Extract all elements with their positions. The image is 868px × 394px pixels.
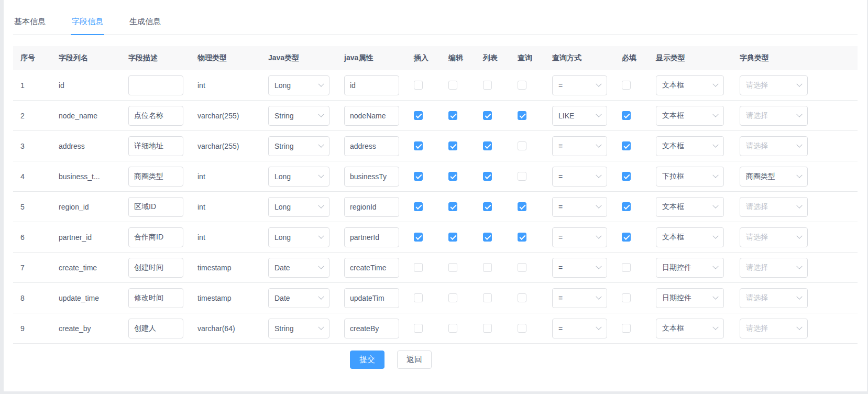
edit-checkbox[interactable] xyxy=(448,202,457,211)
field-description-input[interactable] xyxy=(128,136,183,156)
insert-checkbox[interactable] xyxy=(414,81,423,90)
insert-checkbox[interactable] xyxy=(414,111,423,120)
java-attribute-input[interactable] xyxy=(344,75,399,95)
dict-type-select[interactable]: 商圈类型 xyxy=(740,167,808,187)
edit-checkbox[interactable] xyxy=(448,111,457,120)
required-checkbox[interactable] xyxy=(622,293,631,302)
query-mode-select[interactable]: = xyxy=(552,258,607,278)
insert-checkbox[interactable] xyxy=(414,141,423,150)
back-button[interactable]: 返回 xyxy=(397,351,432,369)
dict-type-select[interactable]: 请选择 xyxy=(740,136,808,156)
java-attribute-input[interactable] xyxy=(344,288,399,308)
required-checkbox[interactable] xyxy=(622,141,631,150)
java-type-select[interactable]: Long xyxy=(268,227,329,247)
edit-checkbox[interactable] xyxy=(448,263,457,272)
insert-checkbox[interactable] xyxy=(414,233,423,242)
list-checkbox[interactable] xyxy=(483,233,492,242)
required-checkbox[interactable] xyxy=(622,111,631,120)
java-attribute-input[interactable] xyxy=(344,136,399,156)
list-checkbox[interactable] xyxy=(483,81,492,90)
query-mode-select[interactable]: = xyxy=(552,288,607,308)
dict-type-select[interactable]: 请选择 xyxy=(740,319,808,338)
dict-type-select[interactable]: 请选择 xyxy=(740,75,808,95)
dict-type-select[interactable]: 请选择 xyxy=(740,197,808,217)
required-checkbox[interactable] xyxy=(622,324,631,333)
tab-generate-info[interactable]: 生成信息 xyxy=(128,15,162,35)
query-mode-select[interactable]: = xyxy=(552,75,607,95)
java-type-select[interactable]: String xyxy=(268,106,329,126)
display-type-select[interactable]: 下拉框 xyxy=(656,167,724,187)
edit-checkbox[interactable] xyxy=(448,141,457,150)
display-type-select[interactable]: 文本框 xyxy=(656,75,724,95)
required-checkbox[interactable] xyxy=(622,263,631,272)
field-description-input[interactable] xyxy=(128,227,183,247)
field-description-input[interactable] xyxy=(128,106,183,126)
query-checkbox[interactable] xyxy=(518,233,526,242)
java-attribute-input[interactable] xyxy=(344,197,399,217)
required-checkbox[interactable] xyxy=(622,172,631,181)
required-checkbox[interactable] xyxy=(622,202,631,211)
list-checkbox[interactable] xyxy=(483,202,492,211)
java-type-select[interactable]: Long xyxy=(268,167,329,187)
query-checkbox[interactable] xyxy=(518,263,526,272)
java-type-select[interactable]: String xyxy=(268,136,329,156)
display-type-select[interactable]: 文本框 xyxy=(656,106,724,126)
field-description-input[interactable] xyxy=(128,197,183,217)
submit-button[interactable]: 提交 xyxy=(350,351,384,369)
display-type-select[interactable]: 日期控件 xyxy=(656,258,724,278)
java-type-select[interactable]: Long xyxy=(268,197,329,217)
java-attribute-input[interactable] xyxy=(344,258,399,278)
display-type-select[interactable]: 文本框 xyxy=(656,227,724,247)
insert-checkbox[interactable] xyxy=(414,263,423,272)
display-type-select[interactable]: 文本框 xyxy=(656,319,724,338)
query-mode-select[interactable]: LIKE xyxy=(552,106,607,126)
query-checkbox[interactable] xyxy=(518,172,526,181)
query-mode-select[interactable]: = xyxy=(552,136,607,156)
field-description-input[interactable] xyxy=(128,75,183,95)
query-checkbox[interactable] xyxy=(518,324,526,333)
insert-checkbox[interactable] xyxy=(414,172,423,181)
query-mode-select[interactable]: = xyxy=(552,319,607,338)
required-checkbox[interactable] xyxy=(622,81,631,90)
list-checkbox[interactable] xyxy=(483,141,492,150)
edit-checkbox[interactable] xyxy=(448,293,457,302)
field-description-input[interactable] xyxy=(128,319,183,338)
query-mode-select[interactable]: = xyxy=(552,227,607,247)
java-type-select[interactable]: Long xyxy=(268,75,329,95)
edit-checkbox[interactable] xyxy=(448,172,457,181)
query-checkbox[interactable] xyxy=(518,81,526,90)
display-type-select[interactable]: 文本框 xyxy=(656,197,724,217)
query-checkbox[interactable] xyxy=(518,111,526,120)
field-description-input[interactable] xyxy=(128,167,183,187)
java-attribute-input[interactable] xyxy=(344,167,399,187)
list-checkbox[interactable] xyxy=(483,172,492,181)
query-mode-select[interactable]: = xyxy=(552,167,607,187)
required-checkbox[interactable] xyxy=(622,233,631,242)
insert-checkbox[interactable] xyxy=(414,202,423,211)
java-attribute-input[interactable] xyxy=(344,106,399,126)
list-checkbox[interactable] xyxy=(483,293,492,302)
dict-type-select[interactable]: 请选择 xyxy=(740,227,808,247)
query-checkbox[interactable] xyxy=(518,141,526,150)
edit-checkbox[interactable] xyxy=(448,233,457,242)
dict-type-select[interactable]: 请选择 xyxy=(740,258,808,278)
dict-type-select[interactable]: 请选择 xyxy=(740,288,808,308)
tab-basic-info[interactable]: 基本信息 xyxy=(13,15,47,35)
display-type-select[interactable]: 文本框 xyxy=(656,136,724,156)
list-checkbox[interactable] xyxy=(483,324,492,333)
java-type-select[interactable]: String xyxy=(268,319,329,338)
list-checkbox[interactable] xyxy=(483,263,492,272)
field-description-input[interactable] xyxy=(128,258,183,278)
display-type-select[interactable]: 日期控件 xyxy=(656,288,724,308)
dict-type-select[interactable]: 请选择 xyxy=(740,106,808,126)
java-attribute-input[interactable] xyxy=(344,319,399,338)
java-type-select[interactable]: Date xyxy=(268,258,329,278)
tab-field-info[interactable]: 字段信息 xyxy=(71,15,104,35)
list-checkbox[interactable] xyxy=(483,111,492,120)
insert-checkbox[interactable] xyxy=(414,324,423,333)
query-mode-select[interactable]: = xyxy=(552,197,607,217)
query-checkbox[interactable] xyxy=(518,293,526,302)
insert-checkbox[interactable] xyxy=(414,293,423,302)
edit-checkbox[interactable] xyxy=(448,324,457,333)
java-type-select[interactable]: Date xyxy=(268,288,329,308)
